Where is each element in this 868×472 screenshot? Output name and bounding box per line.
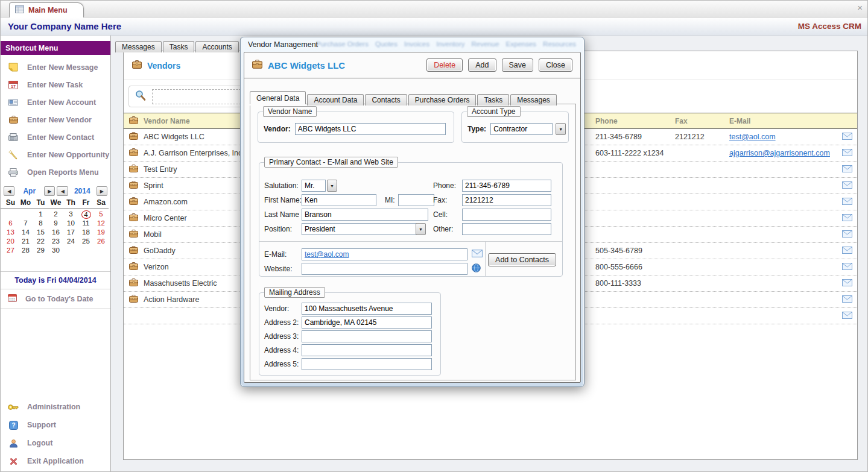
calendar-date-cell[interactable]: 16 — [48, 228, 63, 238]
envelope-icon[interactable] — [842, 279, 852, 288]
sidebar-item-enter-new-contact[interactable]: Enter New Contact — [1, 128, 110, 146]
phone-input[interactable] — [462, 180, 551, 192]
email-link[interactable]: ajgarrison@ajgarrisonent.com — [729, 149, 830, 157]
other-input[interactable] — [462, 223, 551, 235]
sidebar-item-logout[interactable]: Logout — [1, 434, 110, 452]
close-button[interactable]: Close — [539, 58, 572, 72]
calendar-date-cell[interactable] — [93, 247, 109, 256]
main-tab[interactable]: Tasks — [163, 41, 195, 52]
envelope-icon[interactable] — [842, 312, 852, 321]
calendar-date-cell[interactable]: 23 — [48, 238, 63, 247]
address3-input[interactable] — [302, 330, 432, 342]
main-tab[interactable]: Accounts — [195, 41, 238, 52]
envelope-icon[interactable] — [842, 295, 852, 304]
calendar-date-cell[interactable]: 6 — [3, 219, 18, 228]
envelope-icon[interactable] — [842, 247, 852, 256]
calendar-date-cell[interactable]: 25 — [78, 238, 93, 247]
calendar-date-cell[interactable]: 11 — [78, 219, 93, 228]
sidebar-item-open-reports-menu[interactable]: Open Reports Menu — [1, 163, 110, 181]
sidebar-item-exit-application[interactable]: Exit Application — [1, 452, 110, 470]
cell-input[interactable] — [462, 209, 551, 221]
envelope-icon[interactable] — [842, 165, 852, 174]
vendor-name-cell[interactable]: GoDaddy — [144, 247, 176, 255]
dialog-tab[interactable]: Account Data — [307, 94, 364, 105]
delete-button[interactable]: Delete — [426, 58, 463, 72]
calendar-date-cell[interactable]: 28 — [18, 247, 33, 256]
main-menu-tab[interactable]: Main Menu — [9, 2, 84, 17]
calendar-date-cell[interactable] — [63, 247, 78, 256]
calendar-date-cell[interactable]: 8 — [33, 219, 48, 228]
sidebar-item-enter-new-account[interactable]: Enter New Account — [1, 93, 110, 111]
calendar-date-cell[interactable]: 19 — [93, 228, 109, 238]
sidebar-item-administration[interactable]: Administration — [1, 398, 110, 416]
address2-input[interactable] — [302, 316, 432, 329]
vendor-name-cell[interactable]: Verizon — [144, 263, 169, 271]
fax-input[interactable] — [462, 194, 551, 206]
sidebar-item-enter-new-opportunity[interactable]: Enter New Opportunity — [1, 146, 110, 163]
add-to-contacts-button[interactable]: Add to Contacts — [488, 253, 556, 266]
envelope-icon[interactable] — [842, 181, 852, 190]
dialog-titlebar[interactable]: Vendor Management Purchase OrdersQuotesI… — [241, 37, 584, 52]
chevron-down-icon[interactable] — [327, 180, 337, 192]
column-header-vendor-name[interactable]: Vendor Name — [144, 117, 190, 125]
vendor-name-cell[interactable]: Micro Center — [144, 214, 187, 222]
dialog-tab[interactable]: General Data — [250, 91, 306, 104]
vendor-name-cell[interactable]: Action Hardware — [144, 295, 199, 304]
chevron-down-icon[interactable] — [416, 223, 426, 235]
calendar-date-cell[interactable]: 10 — [63, 219, 78, 228]
website-input[interactable] — [302, 263, 467, 275]
globe-icon[interactable] — [472, 263, 481, 274]
add-button[interactable]: Add — [468, 58, 496, 72]
calendar-date-cell[interactable]: 17 — [63, 228, 78, 238]
column-header-phone[interactable]: Phone — [588, 117, 668, 125]
envelope-icon[interactable] — [842, 230, 852, 239]
sidebar-item-enter-new-vendor[interactable]: Enter New Vendor — [1, 111, 110, 128]
calendar-date-cell[interactable]: 1 — [33, 210, 48, 219]
email-link[interactable]: test@aol.com — [729, 133, 776, 141]
salutation-input[interactable] — [302, 180, 326, 192]
calendar-date-cell[interactable]: 5 — [93, 210, 109, 219]
save-button[interactable]: Save — [502, 58, 534, 72]
vendor-name-cell[interactable]: Mobil — [144, 230, 162, 239]
column-header-email[interactable]: E-Mail — [722, 117, 830, 125]
dialog-tab[interactable]: Purchase Orders — [408, 94, 477, 105]
sidebar-item-support[interactable]: ? Support — [1, 416, 110, 434]
chevron-down-icon[interactable] — [556, 123, 566, 135]
calendar-date-cell[interactable] — [3, 210, 18, 219]
calendar-date-cell[interactable]: 9 — [48, 219, 63, 228]
envelope-icon[interactable] — [842, 198, 852, 207]
envelope-icon[interactable] — [472, 250, 483, 259]
calendar-date-cell[interactable]: 30 — [48, 247, 63, 256]
envelope-icon[interactable] — [842, 263, 852, 272]
column-header-fax[interactable]: Fax — [668, 117, 722, 125]
vendor-name-input[interactable] — [295, 123, 446, 135]
calendar-date-cell[interactable]: 29 — [33, 247, 48, 256]
dialog-tab[interactable]: Messages — [510, 94, 557, 105]
vendor-name-cell[interactable]: Sprint — [144, 181, 163, 190]
calendar-date-cell[interactable]: 4 — [78, 210, 93, 219]
prev-month-button[interactable]: ◀ — [4, 186, 14, 196]
sidebar-item-enter-new-task[interactable]: 17 Enter New Task — [1, 76, 110, 93]
vendor-name-cell[interactable]: A.J. Garrison Enterprises, Inc. — [144, 149, 244, 157]
calendar-date-cell[interactable]: 21 — [18, 238, 33, 247]
calendar-date-cell[interactable]: 12 — [93, 219, 109, 228]
address4-input[interactable] — [302, 344, 432, 356]
envelope-icon[interactable] — [842, 149, 852, 158]
calendar-date-cell[interactable]: 15 — [33, 228, 48, 238]
main-tab[interactable]: Messages — [115, 41, 162, 52]
calendar-date-cell[interactable]: 14 — [18, 228, 33, 238]
calendar-date-cell[interactable]: 20 — [3, 238, 18, 247]
calendar-date-cell[interactable]: 27 — [3, 247, 18, 256]
calendar-date-cell[interactable] — [18, 210, 33, 219]
envelope-icon[interactable] — [842, 133, 852, 142]
sidebar-item-enter-new-message[interactable]: Enter New Message — [1, 58, 110, 76]
calendar-date-cell[interactable]: 26 — [93, 238, 109, 247]
position-input[interactable] — [302, 223, 417, 235]
prev-year-button[interactable]: ◀ — [57, 186, 68, 196]
vendor-name-cell[interactable]: Test Entry — [144, 165, 177, 174]
next-month-button[interactable]: ▶ — [44, 186, 55, 196]
close-icon[interactable]: × — [857, 3, 863, 12]
calendar-date-cell[interactable]: 22 — [33, 238, 48, 247]
vendor-name-cell[interactable]: ABC Widgets LLC — [144, 133, 204, 141]
envelope-icon[interactable] — [842, 214, 852, 223]
